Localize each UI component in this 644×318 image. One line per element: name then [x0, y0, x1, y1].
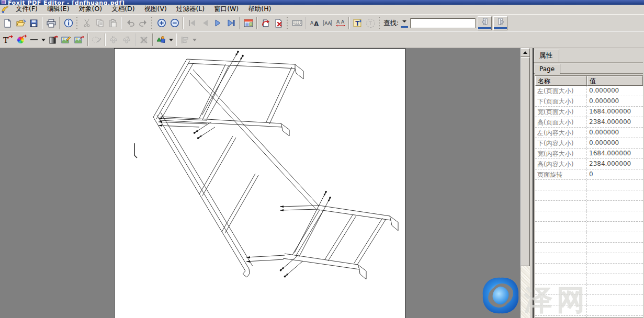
app-window: Foxit PDF Editor - [dnfhuang.pdf] 文件(F) …: [0, 0, 644, 318]
table-row[interactable]: 下(内容大小) 0.000000: [535, 138, 643, 149]
prop-value[interactable]: 0.000000: [587, 138, 643, 148]
zoom-in-button[interactable]: [155, 17, 168, 30]
prop-value[interactable]: 1684.000000: [587, 149, 643, 158]
find-previous-button[interactable]: [478, 16, 492, 30]
line-style-dropdown[interactable]: [40, 33, 47, 47]
menu-document[interactable]: 文档(D): [107, 4, 139, 15]
watermark-logo: [481, 276, 520, 315]
edit-color-tool-button[interactable]: [14, 33, 27, 47]
previous-page-icon: [201, 19, 209, 27]
find-previous-icon: [481, 18, 489, 26]
save-button[interactable]: [27, 17, 40, 30]
prop-value[interactable]: 0.000000: [587, 96, 643, 106]
toolbar-grip[interactable]: [151, 17, 153, 29]
page-layout-button[interactable]: [242, 17, 255, 30]
properties-tab[interactable]: 属性: [535, 50, 559, 62]
table-row[interactable]: 高(内容大小) 2384.000000: [535, 159, 643, 169]
menu-file[interactable]: 文件(F): [11, 4, 42, 15]
prop-name: 左(页面大小): [535, 86, 587, 96]
gradient-cylinder-icon: [49, 36, 58, 44]
print-button[interactable]: [44, 17, 58, 30]
panel-divider[interactable]: [530, 48, 534, 318]
edit-shading-tool-button[interactable]: [47, 33, 60, 47]
undo-button[interactable]: [123, 17, 137, 30]
align-objects-button[interactable]: [178, 33, 191, 47]
new-document-button[interactable]: [1, 17, 14, 30]
table-row[interactable]: 下(页面大小) 0.000000: [535, 96, 643, 107]
circled-text-button[interactable]: T: [364, 17, 377, 30]
vertical-scrollbar[interactable]: [521, 48, 530, 318]
column-header-name[interactable]: 名称: [535, 76, 587, 86]
menu-help[interactable]: 帮助(H): [243, 4, 276, 15]
table-row[interactable]: 左(内容大小) 0.000000: [535, 128, 643, 138]
find-options-dropdown[interactable]: [401, 18, 408, 28]
paste-button[interactable]: [106, 17, 119, 30]
copy-button[interactable]: [93, 17, 106, 30]
word-spacing-button[interactable]: A A: [334, 17, 347, 30]
insert-page-button[interactable]: [259, 17, 272, 30]
add-text-button[interactable]: T: [351, 17, 364, 30]
rotate-object-right-button[interactable]: [120, 33, 133, 47]
insert-shape-button[interactable]: [155, 33, 168, 47]
pdf-page[interactable]: [114, 48, 405, 318]
insert-shape-dropdown[interactable]: [168, 33, 174, 47]
prop-value[interactable]: 0.000000: [587, 128, 643, 138]
document-system-icon[interactable]: [1, 5, 9, 14]
next-page-button[interactable]: [211, 17, 224, 30]
redo-button[interactable]: [137, 17, 150, 30]
toolbar-grip[interactable]: [76, 17, 78, 29]
table-row[interactable]: 页面旋转 0: [535, 169, 643, 180]
table-row[interactable]: 左(页面大小) 0.000000: [535, 86, 643, 96]
cut-button[interactable]: [80, 17, 93, 30]
clip-edit-tool-button[interactable]: [90, 33, 103, 47]
keyboard-button[interactable]: [290, 17, 303, 30]
table-row[interactable]: 宽(页面大小) 1684.000000: [535, 107, 643, 117]
zoom-out-button[interactable]: [168, 17, 181, 30]
line-style-tool-button[interactable]: [27, 33, 40, 47]
prop-value[interactable]: 0.000000: [587, 86, 643, 96]
table-row[interactable]: 宽(内容大小) 1684.000000: [535, 149, 643, 159]
chevron-down-icon: [41, 39, 46, 41]
align-objects-dropdown[interactable]: [191, 33, 198, 47]
find-input[interactable]: [410, 18, 476, 28]
previous-page-button[interactable]: [198, 17, 211, 30]
document-workspace[interactable]: [0, 48, 521, 318]
menu-object[interactable]: 对象(O): [74, 4, 107, 15]
find-next-button[interactable]: [493, 16, 507, 30]
toolbar-grip[interactable]: [286, 17, 289, 29]
char-spacing-button[interactable]: A A: [321, 17, 334, 30]
first-page-button[interactable]: [185, 17, 198, 30]
font-style-button[interactable]: A A: [308, 17, 321, 30]
table-header: 名称 值: [535, 76, 643, 86]
menu-view[interactable]: 视图(V): [140, 4, 172, 15]
prop-value[interactable]: 1684.000000: [587, 107, 643, 117]
menu-filter[interactable]: 过滤器(L): [172, 4, 209, 15]
table-row[interactable]: 高(页面大小) 2384.000000: [535, 117, 643, 128]
insert-page-icon: [261, 19, 270, 28]
find-next-icon: [496, 18, 505, 26]
open-button[interactable]: [14, 17, 27, 30]
separator: [239, 17, 240, 29]
delete-page-button[interactable]: [272, 17, 285, 30]
menu-edit[interactable]: 编辑(E): [42, 4, 74, 15]
tab-page[interactable]: Page: [535, 64, 560, 74]
menu-window[interactable]: 窗口(W): [209, 4, 243, 15]
edit-text-tool-button[interactable]: T: [1, 33, 14, 47]
last-page-button[interactable]: [224, 17, 238, 30]
scroll-up-button[interactable]: [521, 48, 530, 57]
prop-value[interactable]: 2384.000000: [587, 159, 643, 169]
prop-value[interactable]: 0: [587, 169, 643, 179]
delete-object-button[interactable]: [138, 33, 151, 47]
prop-value[interactable]: 2384.000000: [587, 117, 643, 127]
replace-image-tool-button[interactable]: [73, 33, 86, 47]
info-button[interactable]: [62, 17, 75, 30]
rotate-object-left-button[interactable]: [107, 33, 120, 47]
open-folder-icon: [16, 19, 26, 28]
prop-name: 宽(内容大小): [535, 149, 587, 158]
panel-tab-strip: Page: [534, 63, 643, 74]
edit-image-tool-button[interactable]: [60, 33, 73, 47]
scrollbar-thumb[interactable]: [521, 57, 530, 266]
column-header-value[interactable]: 值: [587, 76, 643, 86]
toolbar-grip[interactable]: [378, 17, 381, 29]
shapes-icon: [156, 36, 166, 44]
